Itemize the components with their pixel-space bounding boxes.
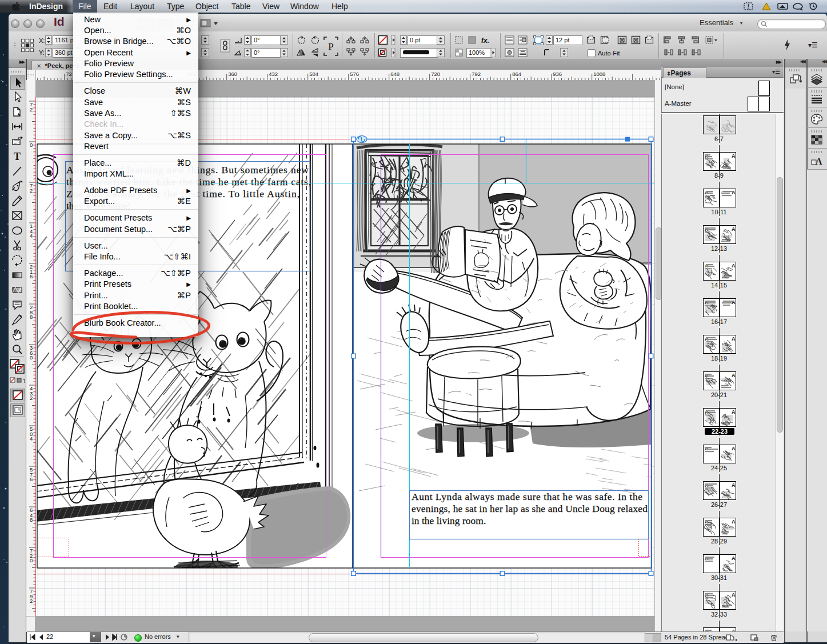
svg-text:A: A bbox=[732, 482, 736, 488]
svg-text:A: A bbox=[732, 409, 736, 415]
svg-text:A: A bbox=[732, 519, 736, 525]
svg-text:A: A bbox=[816, 157, 822, 166]
svg-text:A: A bbox=[732, 373, 736, 378]
svg-text:A: A bbox=[732, 153, 736, 159]
svg-text:A: A bbox=[732, 190, 736, 195]
svg-text:A: A bbox=[732, 226, 736, 232]
svg-text:A: A bbox=[732, 555, 736, 561]
svg-text:A: A bbox=[732, 446, 736, 451]
svg-text:A: A bbox=[732, 336, 736, 342]
svg-text:A: A bbox=[732, 299, 736, 305]
svg-text:A: A bbox=[732, 263, 736, 269]
svg-text:A: A bbox=[732, 592, 736, 598]
